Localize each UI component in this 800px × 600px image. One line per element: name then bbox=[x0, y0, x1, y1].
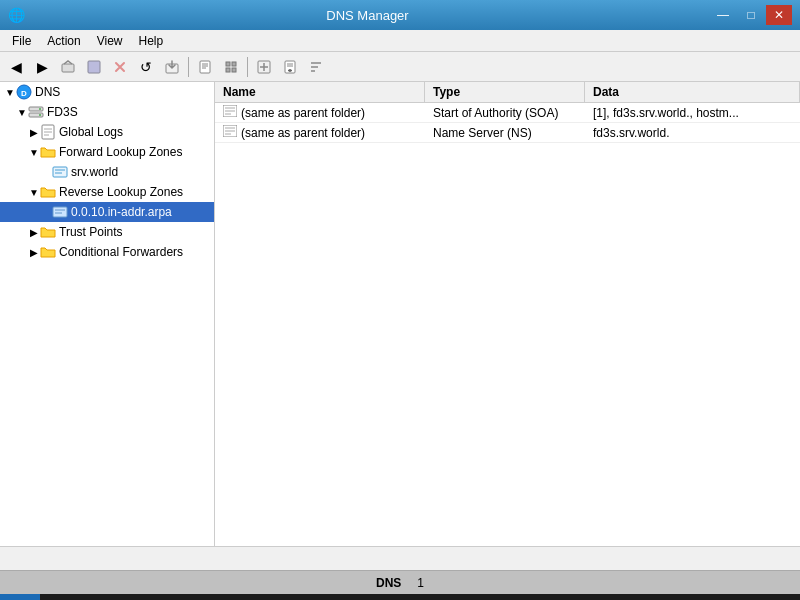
taskbar-app-explorer[interactable] bbox=[172, 594, 216, 600]
dns-icon: D bbox=[16, 84, 32, 100]
tree-label-srv-world: srv.world bbox=[71, 165, 118, 179]
delete-button[interactable] bbox=[108, 55, 132, 79]
svg-rect-0 bbox=[62, 64, 74, 72]
tree-item-srv-world[interactable]: ▶ srv.world bbox=[0, 162, 214, 182]
taskbar-app-file-manager[interactable] bbox=[40, 594, 84, 600]
folder-icon-forward bbox=[40, 144, 56, 160]
title-bar-controls: — □ ✕ bbox=[710, 5, 792, 25]
server-icon bbox=[28, 104, 44, 120]
svg-rect-9 bbox=[226, 68, 230, 72]
tree-item-forward-lookup[interactable]: ▼ Forward Lookup Zones bbox=[0, 142, 214, 162]
list-header: Name Type Data bbox=[215, 82, 800, 103]
menu-help[interactable]: Help bbox=[131, 32, 172, 50]
svg-rect-1 bbox=[88, 61, 100, 73]
tree-label-forward-lookup: Forward Lookup Zones bbox=[59, 145, 182, 159]
cell-data-0: [1], fd3s.srv.world., hostm... bbox=[585, 104, 800, 122]
tree-label-dns: DNS bbox=[35, 85, 60, 99]
title-bar-left: 🌐 bbox=[8, 7, 25, 23]
logs-icon bbox=[40, 124, 56, 140]
export-button[interactable] bbox=[160, 55, 184, 79]
menu-view[interactable]: View bbox=[89, 32, 131, 50]
taskbar: C:\> PS ▲ 🌐 🔊 ENG 6:28 PM 1/16/2017 JA bbox=[0, 594, 800, 600]
taskbar-app-ie[interactable] bbox=[216, 594, 260, 600]
minimize-button[interactable]: — bbox=[710, 5, 736, 25]
new-zone-button[interactable] bbox=[252, 55, 276, 79]
cell-name-0: (same as parent folder) bbox=[215, 103, 425, 122]
svg-rect-8 bbox=[232, 62, 236, 66]
zone-icon-srv bbox=[52, 164, 68, 180]
maximize-button[interactable]: □ bbox=[738, 5, 764, 25]
detail-panel: Name Type Data (same as parent folder) S… bbox=[215, 82, 800, 546]
table-row[interactable]: (same as parent folder) Start of Authori… bbox=[215, 103, 800, 123]
tree-item-global-logs[interactable]: ▶ Global Logs bbox=[0, 122, 214, 142]
show-hide-button[interactable] bbox=[82, 55, 106, 79]
zone-icon-reverse bbox=[52, 204, 68, 220]
toolbar: ◀ ▶ ↺ bbox=[0, 52, 800, 82]
expand-icon-conditional-forwarders[interactable]: ▶ bbox=[28, 247, 40, 258]
tree-panel: ▼ D DNS ▼ FD3S ▶ Global Logs ▼ bbox=[0, 82, 215, 546]
expand-icon-forward-lookup[interactable]: ▼ bbox=[28, 147, 40, 158]
expand-icon-fd3s[interactable]: ▼ bbox=[16, 107, 28, 118]
cell-type-1: Name Server (NS) bbox=[425, 124, 585, 142]
window-title: DNS Manager bbox=[25, 8, 710, 23]
menu-file[interactable]: File bbox=[4, 32, 39, 50]
cell-data-1: fd3s.srv.world. bbox=[585, 124, 800, 142]
col-header-type[interactable]: Type bbox=[425, 82, 585, 102]
app-icon: 🌐 bbox=[8, 7, 25, 23]
tree-item-reverse-lookup[interactable]: ▼ Reverse Lookup Zones bbox=[0, 182, 214, 202]
new-record-button[interactable] bbox=[278, 55, 302, 79]
up-button[interactable] bbox=[56, 55, 80, 79]
tree-item-conditional-forwarders[interactable]: ▶ Conditional Forwarders bbox=[0, 242, 214, 262]
tree-label-0-0-10: 0.0.10.in-addr.arpa bbox=[71, 205, 172, 219]
expand-icon-global-logs[interactable]: ▶ bbox=[28, 127, 40, 138]
page-indicator: 1 bbox=[417, 576, 424, 590]
taskbar-app-powershell[interactable]: PS bbox=[128, 594, 172, 600]
menu-bar: File Action View Help bbox=[0, 30, 800, 52]
svg-text:D: D bbox=[21, 89, 27, 98]
tree-label-conditional-forwarders: Conditional Forwarders bbox=[59, 245, 183, 259]
tree-item-trust-points[interactable]: ▶ Trust Points bbox=[0, 222, 214, 242]
tree-label-trust-points: Trust Points bbox=[59, 225, 123, 239]
record-icon-1 bbox=[223, 125, 237, 140]
col-header-data[interactable]: Data bbox=[585, 82, 800, 102]
svg-rect-35 bbox=[53, 207, 67, 217]
bottom-bar: DNS 1 bbox=[0, 570, 800, 594]
menu-action[interactable]: Action bbox=[39, 32, 88, 50]
cell-type-0: Start of Authority (SOA) bbox=[425, 104, 585, 122]
svg-rect-10 bbox=[232, 68, 236, 72]
status-bar bbox=[0, 546, 800, 570]
tree-label-global-logs: Global Logs bbox=[59, 125, 123, 139]
start-button[interactable] bbox=[0, 594, 40, 600]
expand-icon-dns[interactable]: ▼ bbox=[4, 87, 16, 98]
refresh-button[interactable]: ↺ bbox=[134, 55, 158, 79]
main-area: ▼ D DNS ▼ FD3S ▶ Global Logs ▼ bbox=[0, 82, 800, 546]
back-button[interactable]: ◀ bbox=[4, 55, 28, 79]
view-button[interactable] bbox=[219, 55, 243, 79]
bottom-center-label: DNS bbox=[376, 576, 401, 590]
taskbar-app-terminal[interactable]: C:\> bbox=[84, 594, 128, 600]
tree-label-fd3s: FD3S bbox=[47, 105, 78, 119]
tree-item-dns[interactable]: ▼ D DNS bbox=[0, 82, 214, 102]
col-header-name[interactable]: Name bbox=[215, 82, 425, 102]
cell-name-1: (same as parent folder) bbox=[215, 123, 425, 142]
properties-button[interactable] bbox=[193, 55, 217, 79]
title-bar: 🌐 DNS Manager — □ ✕ bbox=[0, 0, 800, 30]
sort-button[interactable] bbox=[304, 55, 328, 79]
folder-icon-reverse bbox=[40, 184, 56, 200]
forward-button[interactable]: ▶ bbox=[30, 55, 54, 79]
taskbar-apps: C:\> PS bbox=[40, 594, 627, 600]
expand-icon-trust-points[interactable]: ▶ bbox=[28, 227, 40, 238]
svg-rect-7 bbox=[226, 62, 230, 66]
svg-point-26 bbox=[39, 108, 41, 110]
close-button[interactable]: ✕ bbox=[766, 5, 792, 25]
tree-label-reverse-lookup: Reverse Lookup Zones bbox=[59, 185, 183, 199]
svg-point-27 bbox=[39, 114, 41, 116]
expand-icon-reverse-lookup[interactable]: ▼ bbox=[28, 187, 40, 198]
table-row[interactable]: (same as parent folder) Name Server (NS)… bbox=[215, 123, 800, 143]
svg-rect-32 bbox=[53, 167, 67, 177]
record-icon-0 bbox=[223, 105, 237, 120]
tree-item-0-0-10[interactable]: ▶ 0.0.10.in-addr.arpa bbox=[0, 202, 214, 222]
tree-item-fd3s[interactable]: ▼ FD3S bbox=[0, 102, 214, 122]
svg-rect-3 bbox=[200, 61, 210, 73]
folder-icon-trust bbox=[40, 224, 56, 240]
